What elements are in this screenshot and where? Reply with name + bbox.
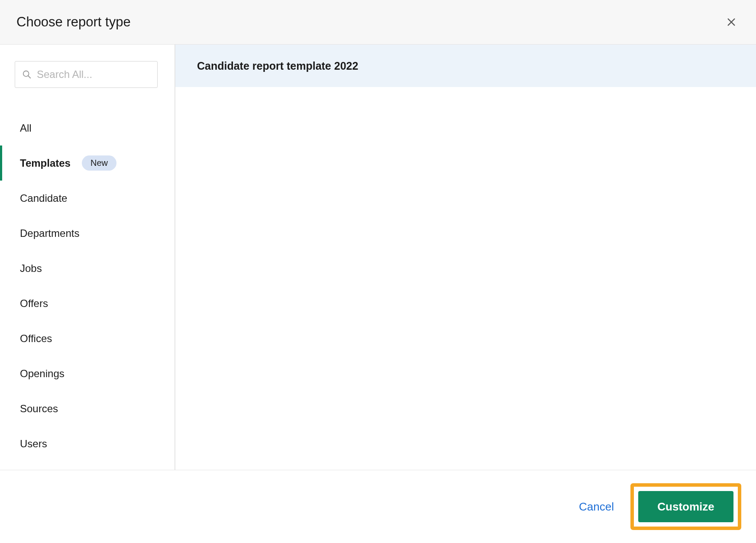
sidebar-nav: All Templates New Candidate Departments … — [15, 110, 160, 461]
modal-body: All Templates New Candidate Departments … — [0, 45, 756, 470]
close-icon[interactable] — [723, 14, 740, 30]
new-badge: New — [82, 155, 116, 171]
sidebar-item-openings[interactable]: Openings — [15, 356, 160, 391]
sidebar-item-users[interactable]: Users — [15, 426, 160, 461]
sidebar-item-jobs[interactable]: Jobs — [15, 251, 160, 286]
sidebar-item-label: Users — [20, 438, 47, 450]
sidebar: All Templates New Candidate Departments … — [0, 45, 175, 470]
sidebar-item-candidate[interactable]: Candidate — [15, 181, 160, 216]
modal-header: Choose report type — [0, 0, 756, 45]
sidebar-item-label: Offices — [20, 333, 52, 345]
customize-highlight: Customize — [630, 483, 741, 530]
search-input[interactable] — [37, 68, 157, 81]
sidebar-item-offers[interactable]: Offers — [15, 286, 160, 321]
sidebar-item-label: Jobs — [20, 262, 42, 275]
sidebar-item-label: Candidate — [20, 192, 67, 204]
sidebar-item-label: Sources — [20, 403, 58, 415]
svg-line-3 — [28, 76, 31, 78]
sidebar-item-label: Openings — [20, 368, 65, 380]
search-icon — [22, 70, 32, 79]
modal-footer: Cancel Customize — [0, 470, 756, 543]
sidebar-item-label: Offers — [20, 297, 48, 310]
sidebar-item-all[interactable]: All — [15, 110, 160, 145]
sidebar-item-offices[interactable]: Offices — [15, 321, 160, 356]
customize-button[interactable]: Customize — [638, 491, 733, 522]
sidebar-item-label: Departments — [20, 227, 79, 239]
sidebar-item-label: Templates — [20, 157, 71, 169]
main-panel: Candidate report template 2022 — [175, 45, 756, 470]
sidebar-item-sources[interactable]: Sources — [15, 391, 160, 426]
search-wrap — [15, 61, 158, 88]
modal-title: Choose report type — [16, 14, 131, 30]
report-template-row[interactable]: Candidate report template 2022 — [175, 45, 756, 87]
sidebar-item-departments[interactable]: Departments — [15, 216, 160, 251]
sidebar-item-label: All — [20, 122, 32, 134]
sidebar-item-templates[interactable]: Templates New — [15, 145, 160, 181]
cancel-button[interactable]: Cancel — [579, 500, 614, 514]
report-template-name: Candidate report template 2022 — [197, 60, 358, 72]
